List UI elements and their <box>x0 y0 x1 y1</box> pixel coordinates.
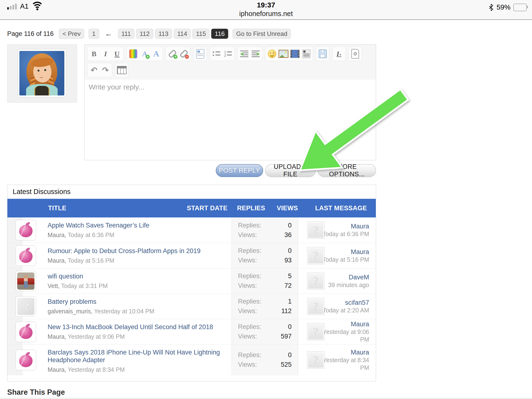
last-poster-avatar-placeholder[interactable]: ? <box>307 323 324 340</box>
thread-starter-avatar[interactable] <box>16 350 36 370</box>
smilies-icon[interactable] <box>266 48 278 60</box>
thread-starter-avatar[interactable]: ♂ <box>16 296 36 317</box>
page-button-111[interactable]: 111 <box>118 29 135 39</box>
last-poster-link[interactable]: scifan57 <box>320 299 369 306</box>
thread-starter-avatar[interactable] <box>16 220 36 241</box>
bold-icon[interactable]: B <box>89 48 100 60</box>
page-button-1[interactable]: 1 <box>89 29 99 39</box>
page-button-115[interactable]: 115 <box>192 29 209 39</box>
insert-media-icon[interactable] <box>289 48 300 60</box>
thread-main-cell: New 13-Inch MacBook Delayed Until Second… <box>48 319 232 344</box>
drafts-icon[interactable] <box>317 48 328 60</box>
discussions-table-header: TITLE START DATE REPLIES VIEWS LAST MESS… <box>7 199 376 217</box>
upload-file-button[interactable]: UPLOAD A FILE <box>265 164 316 177</box>
last-poster-link[interactable]: DaveM <box>320 273 369 281</box>
prev-page-button[interactable]: < Prev <box>59 29 84 39</box>
thread-main-cell: Barclays Says 2018 iPhone Line-Up Will N… <box>48 344 232 375</box>
discussion-row: wifi question Vett, Today at 3:31 PM Rep… <box>7 268 376 293</box>
reply-avatar-panel <box>7 44 77 103</box>
last-poster-link[interactable]: Maura <box>320 348 369 356</box>
thread-starter-avatar[interactable] <box>16 245 36 266</box>
thread-starter-avatar[interactable] <box>16 271 36 291</box>
page-button-116[interactable]: 116 <box>211 29 228 39</box>
last-message-time: Yesterday at 8:34 PM <box>323 357 369 371</box>
thread-title-link[interactable]: Battery problems <box>48 298 96 305</box>
last-poster-link[interactable]: Maura <box>320 320 369 328</box>
replies-stat: Replies: 0 <box>238 247 291 254</box>
last-message-info: Maura Yesterday at 8:34 PM <box>320 348 369 372</box>
go-first-unread-button[interactable]: Go to First Unread <box>233 29 291 39</box>
bullet-list-icon[interactable] <box>211 48 222 60</box>
last-poster-avatar-placeholder[interactable]: ? <box>307 272 324 290</box>
thread-title-link[interactable]: Apple Watch Saves Teenager’s Life <box>48 222 149 229</box>
battery-percent-label: 59% <box>497 3 510 11</box>
thread-starter-avatar[interactable] <box>16 322 36 342</box>
insert-image-icon[interactable] <box>278 48 289 60</box>
last-message-time: Today at 5:16 PM <box>323 256 369 263</box>
last-poster-avatar-placeholder[interactable]: ? <box>307 351 324 369</box>
thread-start-date: Yesterday at 10:04 PM <box>94 308 154 315</box>
more-options-button[interactable]: MORE OPTIONS... <box>318 164 376 177</box>
insert-block-icon[interactable] <box>301 48 312 60</box>
views-stat: Views: 112 <box>238 307 291 315</box>
page-count-label: Page 116 of 116 <box>7 30 54 38</box>
italic-icon[interactable]: I <box>100 48 111 60</box>
undo-icon[interactable]: ↶ <box>89 64 100 76</box>
thread-meta: Maura, Today at 5:16 PM <box>48 257 228 264</box>
toolbar-group: BIU <box>87 47 124 61</box>
discussion-row: Barclays Says 2018 iPhone Line-Up Will N… <box>7 344 376 375</box>
last-message-info: scifan57 Today at 2:20 AM <box>320 299 369 314</box>
unlink-icon[interactable]: − <box>178 48 190 60</box>
avatar[interactable] <box>18 49 66 97</box>
numbered-list-icon[interactable] <box>222 48 234 60</box>
last-poster-link[interactable]: Maura <box>320 222 369 230</box>
page-button-114[interactable]: 114 <box>174 29 191 39</box>
replies-stat: Replies: 1 <box>238 298 291 305</box>
text-color-icon[interactable] <box>128 48 139 60</box>
last-message-time: Today at 6:36 PM <box>323 231 369 237</box>
last-message-cell: ? Maura Yesterday at 8:34 PM <box>298 344 376 375</box>
reply-textarea[interactable]: Write your reply... <box>84 80 376 160</box>
thread-icon-cell <box>7 319 48 344</box>
pagination-bar: Page 116 of 116 < Prev 1 ← 1111121131141… <box>7 28 291 39</box>
thread-stats-cell: Replies: 0 Views: 525 <box>232 344 298 375</box>
thread-stats-cell: Replies: 1 Views: 112 <box>232 294 298 319</box>
underline-icon[interactable]: U <box>111 48 122 60</box>
thread-main-cell: Rumour: Apple to Debut Cross-Platform Ap… <box>48 243 232 268</box>
font-family-icon[interactable]: A <box>151 48 162 60</box>
last-poster-link[interactable]: Maura <box>320 248 369 256</box>
page-button-112[interactable]: 112 <box>136 29 153 39</box>
views-label: Views: <box>238 361 257 368</box>
replies-stat: Replies: 0 <box>238 323 291 331</box>
last-poster-avatar-placeholder[interactable]: ? <box>307 222 324 239</box>
thread-author: Maura, <box>48 333 66 340</box>
replies-label: Replies: <box>238 323 261 331</box>
insert-link-icon[interactable]: + <box>167 48 178 60</box>
replies-label: Replies: <box>238 351 261 359</box>
thread-title-link[interactable]: Rumour: Apple to Debut Cross-Platform Ap… <box>48 247 200 254</box>
thread-main-cell: Battery problems galvenais_muris, Yester… <box>48 294 232 319</box>
thread-author: Maura, <box>48 232 66 238</box>
last-poster-avatar-placeholder[interactable]: ? <box>307 298 324 315</box>
thread-title-link[interactable]: New 13-Inch MacBook Delayed Until Second… <box>48 323 213 331</box>
insert-quote-icon[interactable] <box>195 48 206 60</box>
page-button-113[interactable]: 113 <box>155 29 172 39</box>
replies-count: 0 <box>288 222 291 229</box>
views-label: Views: <box>238 333 257 340</box>
views-count: 525 <box>281 361 291 368</box>
remove-formatting-icon[interactable]: I× <box>333 48 344 60</box>
views-count: 597 <box>281 333 291 340</box>
thread-title-link[interactable]: wifi question <box>48 273 83 280</box>
thread-author: Maura, <box>48 257 66 264</box>
post-reply-button[interactable]: POST REPLY <box>216 164 263 177</box>
table-icon[interactable] <box>116 64 127 76</box>
toolbar-group <box>210 47 235 61</box>
indent-icon[interactable] <box>250 48 261 60</box>
bbcode-icon[interactable]: ⚙ <box>350 48 361 60</box>
last-poster-avatar-placeholder[interactable]: ? <box>307 247 324 264</box>
outdent-icon[interactable] <box>239 48 250 60</box>
thread-title-link[interactable]: Barclays Says 2018 iPhone Line-Up Will N… <box>48 349 220 364</box>
thread-start-date: Yesterday at 8:34 PM <box>68 366 125 373</box>
font-size-icon[interactable]: A+ <box>139 48 150 60</box>
redo-icon[interactable]: ↷ <box>100 64 111 76</box>
